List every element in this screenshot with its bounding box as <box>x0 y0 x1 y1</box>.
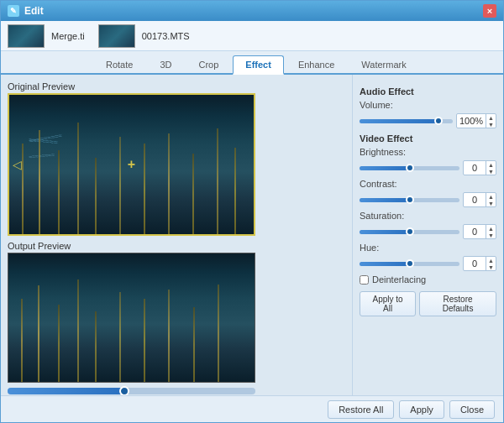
tab-watermark[interactable]: Watermark <box>349 55 418 73</box>
brightness-spinbox[interactable]: 0 ▲ ▼ <box>463 160 496 175</box>
crosshair: + <box>128 157 135 172</box>
file-bar: Merge.ti 00173.MTS <box>1 21 503 51</box>
hue-spinbox[interactable]: 0 ▲ ▼ <box>463 256 496 271</box>
deinterlacing-checkbox[interactable] <box>360 275 369 285</box>
saturation-down-arrow[interactable]: ▼ <box>486 232 496 238</box>
hue-value: 0 <box>464 258 486 269</box>
file-thumb-2 <box>98 24 135 48</box>
main-content: Original Preview ≈≈≈≈≈≈≈≈≈ ≈≈≈≈≈≈≈ ≈≈≈≈≈… <box>1 75 503 395</box>
preview-panel: Original Preview ≈≈≈≈≈≈≈≈≈ ≈≈≈≈≈≈≈ ≈≈≈≈≈… <box>1 75 352 395</box>
saturation-spinbox[interactable]: 0 ▲ ▼ <box>463 224 496 239</box>
apply-button[interactable]: Apply <box>399 400 444 419</box>
saturation-up-arrow[interactable]: ▲ <box>486 225 496 232</box>
file-name-2: 00173.MTS <box>142 31 190 41</box>
audio-section-title: Audio Effect <box>360 86 496 97</box>
contrast-spinbox[interactable]: 0 ▲ ▼ <box>463 192 496 207</box>
volume-up-arrow[interactable]: ▲ <box>486 114 496 121</box>
window-icon: ✎ <box>8 5 19 17</box>
brightness-slider-row: 0 ▲ ▼ <box>360 160 496 175</box>
right-panel-buttons: Apply to All Restore Defaults <box>360 291 496 316</box>
volume-value: 100% <box>457 116 486 126</box>
apply-to-all-button[interactable]: Apply to All <box>360 291 416 316</box>
restore-defaults-button[interactable]: Restore Defaults <box>419 291 496 316</box>
contrast-label-row: Contrast: <box>360 179 496 189</box>
tab-crop[interactable]: Crop <box>186 55 231 73</box>
deinterlacing-row: Deinterlacing <box>360 274 496 285</box>
original-preview-label: Original Preview <box>8 81 345 91</box>
bottom-bar: Restore All Apply Close <box>1 395 503 422</box>
output-preview-video <box>8 253 255 383</box>
file-thumb-1 <box>8 24 45 48</box>
brightness-up-arrow[interactable]: ▲ <box>486 161 496 168</box>
volume-label: Volume: <box>360 100 414 110</box>
hue-down-arrow[interactable]: ▼ <box>486 264 496 270</box>
brightness-label: Brightness: <box>360 147 414 157</box>
right-panel: Audio Effect Volume: 100% ▲ ▼ Video <box>352 75 503 395</box>
contrast-down-arrow[interactable]: ▼ <box>486 200 496 206</box>
brightness-label-row: Brightness: <box>360 147 496 157</box>
original-preview-section: Original Preview ≈≈≈≈≈≈≈≈≈ ≈≈≈≈≈≈≈ ≈≈≈≈≈… <box>8 81 345 236</box>
close-button[interactable]: Close <box>449 400 495 419</box>
contrast-up-arrow[interactable]: ▲ <box>486 193 496 200</box>
tab-3d[interactable]: 3D <box>147 55 184 73</box>
video-progress-bar[interactable] <box>8 388 255 394</box>
volume-slider-row: 100% ▲ ▼ <box>360 113 496 128</box>
original-preview-video: ≈≈≈≈≈≈≈≈≈ ≈≈≈≈≈≈≈ ≈≈≈≈≈≈≈≈ <box>8 93 255 236</box>
video-section-title: Video Effect <box>360 133 496 144</box>
hue-slider-track[interactable] <box>360 262 459 266</box>
contrast-label: Contrast: <box>360 179 414 189</box>
saturation-slider-track[interactable] <box>360 230 459 234</box>
tab-effect[interactable]: Effect <box>233 55 284 75</box>
close-window-button[interactable]: × <box>483 4 496 18</box>
file-name-1: Merge.ti <box>51 31 85 41</box>
tabs-bar: Rotate 3D Crop Effect Enhance Watermark <box>1 51 503 75</box>
brightness-value: 0 <box>464 163 486 173</box>
volume-spinbox[interactable]: 100% ▲ ▼ <box>456 113 496 128</box>
restore-all-button[interactable]: Restore All <box>328 400 394 419</box>
tab-enhance[interactable]: Enhance <box>286 55 347 73</box>
crop-handle-left: ◁ <box>13 158 22 171</box>
tab-rotate[interactable]: Rotate <box>93 55 145 73</box>
hue-label: Hue: <box>360 243 414 253</box>
hue-slider-row: 0 ▲ ▼ <box>360 256 496 271</box>
contrast-slider-track[interactable] <box>360 198 459 202</box>
brightness-down-arrow[interactable]: ▼ <box>486 168 496 175</box>
contrast-value: 0 <box>464 195 486 205</box>
volume-slider-track[interactable] <box>360 119 453 123</box>
deinterlacing-label: Deinterlacing <box>372 274 426 285</box>
contrast-slider-row: 0 ▲ ▼ <box>360 192 496 207</box>
edit-window: ✎ Edit × Merge.ti 00173.MTS Rotate 3D Cr… <box>0 0 504 423</box>
saturation-value: 0 <box>464 227 486 237</box>
saturation-slider-row: 0 ▲ ▼ <box>360 224 496 239</box>
hue-up-arrow[interactable]: ▲ <box>486 257 496 264</box>
saturation-label-row: Saturation: <box>360 211 496 221</box>
progress-section: ⏮ ▶ ⏩ ⏹ ⏭ 🔊 00:02:13/00:05:08 <box>8 388 345 395</box>
volume-control-row: Volume: <box>360 100 496 110</box>
hue-label-row: Hue: <box>360 243 496 253</box>
title-bar: ✎ Edit × <box>1 1 503 21</box>
saturation-label: Saturation: <box>360 211 414 221</box>
brightness-slider-track[interactable] <box>360 166 459 170</box>
output-preview-section: Output Preview <box>8 241 345 395</box>
volume-down-arrow[interactable]: ▼ <box>486 121 496 128</box>
output-preview-label: Output Preview <box>8 241 345 251</box>
window-title: Edit <box>24 5 44 17</box>
